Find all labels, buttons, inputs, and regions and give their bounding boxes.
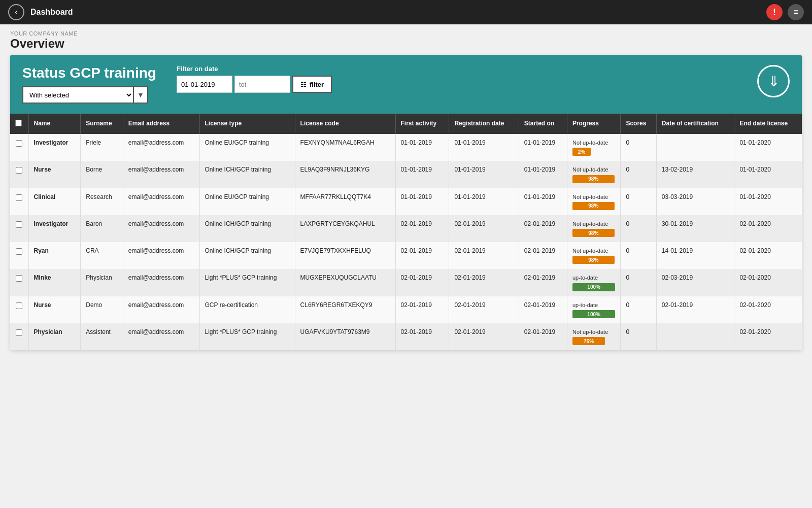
table-header-row: Name Surname Email address License type … xyxy=(10,114,802,134)
table-body: Investigator Friele email@address.com On… xyxy=(10,134,802,350)
row-license-type: Online EU/GCP training xyxy=(199,134,295,161)
row-license-code: EL9AQ3F9NRNJL36KYG xyxy=(295,161,395,188)
row-checkbox[interactable] xyxy=(16,329,22,336)
row-date-certification: 14-01-2019 xyxy=(656,242,734,269)
row-date-certification xyxy=(656,323,734,350)
panel-title-group: Status GCP training With selected ▼ xyxy=(22,65,156,104)
nav-title: Dashboard xyxy=(30,8,73,17)
row-surname: Physician xyxy=(81,269,123,296)
row-started-on: 01-01-2019 xyxy=(519,161,567,188)
row-license-code: FEXNYQNM7NA4L6RGAH xyxy=(295,134,395,161)
row-first-activity: 02-01-2019 xyxy=(395,215,449,242)
menu-button[interactable]: ≡ xyxy=(788,4,804,20)
select-all-checkbox[interactable] xyxy=(15,120,22,126)
th-name: Name xyxy=(28,114,81,134)
table-row: Physician Assistent email@address.com Li… xyxy=(10,323,802,350)
table-row: Nurse Borne email@address.com Online ICH… xyxy=(10,161,802,188)
table-container: Name Surname Email address License type … xyxy=(10,114,802,350)
row-email: email@address.com xyxy=(123,242,199,269)
with-selected-group: With selected ▼ xyxy=(22,86,156,104)
row-first-activity: 02-01-2019 xyxy=(395,296,449,323)
row-started-on: 01-01-2019 xyxy=(519,134,567,161)
row-date-certification: 02-01-2019 xyxy=(656,296,734,323)
row-surname: Demo xyxy=(81,296,123,323)
page-header: YOUR COMPANY NAME Overview xyxy=(0,24,812,55)
row-progress: Not up-to-date 98% xyxy=(567,188,620,215)
page-title: Overview xyxy=(10,37,802,51)
row-end-date-license: 02-01-2020 xyxy=(734,269,802,296)
row-checkbox-cell xyxy=(10,188,28,215)
row-email: email@address.com xyxy=(123,269,199,296)
row-registration-date: 02-01-2019 xyxy=(449,215,519,242)
row-scores: 0 xyxy=(621,161,656,188)
row-email: email@address.com xyxy=(123,215,199,242)
panel-header: Status GCP training With selected ▼ Filt… xyxy=(10,55,802,114)
table-row: Nurse Demo email@address.com GCP re-cert… xyxy=(10,296,802,323)
row-name: Nurse xyxy=(28,296,81,323)
with-selected-select[interactable]: With selected xyxy=(22,86,134,104)
row-checkbox[interactable] xyxy=(16,167,22,174)
row-email: email@address.com xyxy=(123,134,199,161)
row-license-type: Online ICH/GCP training xyxy=(199,242,295,269)
row-license-type: Online ICH/GCP training xyxy=(199,161,295,188)
row-progress: up-to-date 100% xyxy=(567,269,620,296)
row-end-date-license: 02-01-2020 xyxy=(734,215,802,242)
row-started-on: 02-01-2019 xyxy=(519,242,567,269)
nav-right: ! ≡ xyxy=(766,4,804,20)
row-license-type: Light *PLUS* GCP training xyxy=(199,323,295,350)
filter-label: Filter on date xyxy=(177,65,332,73)
row-name: Investigator xyxy=(28,215,81,242)
row-license-code: UGAFVKU9YTAT9763M9 xyxy=(295,323,395,350)
row-scores: 0 xyxy=(621,134,656,161)
row-scores: 0 xyxy=(621,242,656,269)
company-name: YOUR COMPANY NAME xyxy=(10,30,802,37)
th-email: Email address xyxy=(123,114,199,134)
with-selected-arrow[interactable]: ▼ xyxy=(134,86,148,104)
row-email: email@address.com xyxy=(123,323,199,350)
row-checkbox-cell xyxy=(10,215,28,242)
row-checkbox[interactable] xyxy=(16,140,22,147)
row-license-type: Light *PLUS* GCP training xyxy=(199,269,295,296)
row-end-date-license: 02-01-2020 xyxy=(734,296,802,323)
row-registration-date: 02-01-2019 xyxy=(449,323,519,350)
row-scores: 0 xyxy=(621,323,656,350)
row-registration-date: 01-01-2019 xyxy=(449,134,519,161)
row-checkbox[interactable] xyxy=(16,275,22,282)
row-license-code: MFFAAR77RKLLQQT7K4 xyxy=(295,188,395,215)
table-row: Investigator Friele email@address.com On… xyxy=(10,134,802,161)
row-date-certification: 30-01-2019 xyxy=(656,215,734,242)
row-license-code: LAXPGRTYCEYGKQAHUL xyxy=(295,215,395,242)
row-checkbox[interactable] xyxy=(16,221,22,228)
row-license-type: GCP re-certification xyxy=(199,296,295,323)
filter-to-input[interactable] xyxy=(234,76,290,93)
filter-from-input[interactable] xyxy=(177,76,232,93)
row-registration-date: 02-01-2019 xyxy=(449,269,519,296)
row-name: Ryan xyxy=(28,242,81,269)
row-checkbox[interactable] xyxy=(16,194,22,201)
row-started-on: 02-01-2019 xyxy=(519,296,567,323)
row-first-activity: 01-01-2019 xyxy=(395,161,449,188)
th-registration-date: Registration date xyxy=(449,114,519,134)
table-row: Ryan CRA email@address.com Online ICH/GC… xyxy=(10,242,802,269)
row-end-date-license: 02-01-2020 xyxy=(734,242,802,269)
row-progress: Not up-to-date 2% xyxy=(567,134,620,161)
row-registration-date: 02-01-2019 xyxy=(449,242,519,269)
download-button[interactable]: ⇓ xyxy=(757,65,790,97)
row-checkbox-cell xyxy=(10,242,28,269)
row-date-certification: 02-03-2019 xyxy=(656,269,734,296)
table-row: Clinical Research email@address.com Onli… xyxy=(10,188,802,215)
row-checkbox[interactable] xyxy=(16,248,22,255)
row-license-code: CL6RY6REGR6TXEKQY9 xyxy=(295,296,395,323)
row-checkbox-cell xyxy=(10,296,28,323)
alert-button[interactable]: ! xyxy=(766,4,783,20)
row-email: email@address.com xyxy=(123,296,199,323)
row-started-on: 02-01-2019 xyxy=(519,323,567,350)
back-button[interactable]: ‹ xyxy=(8,4,24,20)
row-email: email@address.com xyxy=(123,161,199,188)
row-checkbox[interactable] xyxy=(16,302,22,309)
filter-button[interactable]: ☷ filter xyxy=(292,76,332,93)
row-first-activity: 02-01-2019 xyxy=(395,242,449,269)
th-license-code: License code xyxy=(295,114,395,134)
row-name: Nurse xyxy=(28,161,81,188)
row-checkbox-cell xyxy=(10,161,28,188)
